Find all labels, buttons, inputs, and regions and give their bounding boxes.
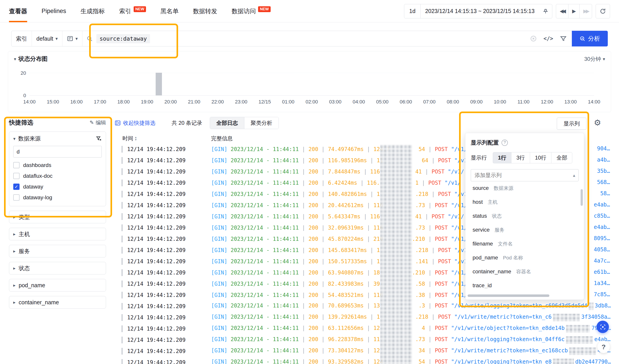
log-tail: c85b… bbox=[594, 213, 610, 219]
filter-search-input[interactable] bbox=[13, 146, 102, 158]
x-tick: 01:00 bbox=[282, 99, 295, 105]
table-row[interactable]: 12/14 19:44:12.209[GIN] 2023/12/14 - 11:… bbox=[114, 301, 611, 312]
table-row[interactable]: 12/14 19:44:12.209[GIN] 2023/12/14 - 11:… bbox=[114, 357, 611, 364]
filter-option-dashboards[interactable]: dashboards bbox=[13, 160, 102, 171]
collapse-quick-filter-label: 收起快捷筛选 bbox=[123, 119, 155, 127]
column-field-service[interactable]: service服务 bbox=[471, 227, 578, 241]
sidebar-section-类型[interactable]: ▸类型 bbox=[9, 211, 106, 223]
time-range-picker[interactable]: 1d 2023/12/14 14:15:13 ~ 2023/12/15 14:1… bbox=[404, 4, 552, 18]
sidebar-section-主机[interactable]: ▸主机 bbox=[9, 228, 106, 240]
nav-item-Pipelines[interactable]: Pipelines bbox=[42, 0, 66, 22]
query-mode-select[interactable]: ▾ bbox=[62, 31, 83, 46]
plot-area[interactable] bbox=[29, 73, 594, 95]
horizontal-scrollbar[interactable] bbox=[468, 295, 549, 297]
refresh-button[interactable] bbox=[596, 4, 610, 18]
x-tick: 12:00 bbox=[541, 99, 553, 105]
tab-all-logs[interactable]: 全部日志 bbox=[210, 117, 244, 129]
index-select[interactable]: default ▾ bbox=[32, 31, 62, 46]
chart-bar[interactable] bbox=[156, 73, 162, 95]
row-option-3行[interactable]: 3行 bbox=[511, 152, 530, 163]
nav-item-数据转发[interactable]: 数据转发 bbox=[193, 0, 217, 22]
checkbox[interactable] bbox=[13, 162, 20, 168]
filter-option-dataway[interactable]: ✓dataway bbox=[13, 181, 102, 192]
table-row[interactable]: 12/14 19:44:12.209[GIN] 2023/12/14 - 11:… bbox=[114, 323, 611, 334]
nav-item-数据访问[interactable]: 数据访问NEW bbox=[232, 0, 271, 22]
search-icon bbox=[86, 35, 93, 42]
step-back-button[interactable]: ◀◀ bbox=[556, 4, 568, 18]
help-fab[interactable]: ? bbox=[597, 341, 610, 353]
sidebar-section-服务[interactable]: ▸服务 bbox=[9, 245, 106, 257]
chevron-down-icon[interactable]: ▾ bbox=[14, 56, 16, 62]
analyze-button[interactable]: 分析 bbox=[572, 31, 608, 46]
table-row[interactable]: 12/14 19:44:12.209[GIN] 2023/12/14 - 11:… bbox=[114, 346, 611, 357]
clear-icon[interactable] bbox=[530, 35, 537, 42]
nav-item-索引[interactable]: 索引NEW bbox=[119, 0, 146, 22]
row-indicator bbox=[122, 303, 123, 310]
column-field-filename[interactable]: filename文件名 bbox=[471, 241, 578, 255]
help-circle-icon[interactable]: ? bbox=[502, 140, 508, 146]
feedback-fab[interactable] bbox=[597, 321, 609, 333]
index-label: 索引 bbox=[16, 35, 27, 42]
row-option-10行[interactable]: 10行 bbox=[530, 152, 552, 163]
nav-item-黑名单[interactable]: 黑名单 bbox=[160, 0, 179, 22]
column-field-container_name[interactable]: container_name容器名 bbox=[471, 269, 578, 282]
y-tick-top: 20 bbox=[13, 70, 26, 76]
filter-option-dataflux-doc[interactable]: dataflux-doc bbox=[13, 171, 102, 181]
x-tick: 14:00 bbox=[23, 99, 35, 105]
collapse-quick-filter-button[interactable]: 收起快捷筛选 bbox=[114, 119, 155, 127]
column-field-host[interactable]: host主机 bbox=[471, 199, 578, 213]
log-time: 12/14 19:44:12.209 bbox=[127, 191, 211, 197]
time-range-value[interactable]: 2023/12/14 14:15:13 ~ 2023/12/15 14:15:1… bbox=[421, 8, 539, 14]
play-button[interactable]: ▶ bbox=[568, 4, 580, 18]
gear-icon[interactable]: ⚙ bbox=[594, 118, 601, 127]
tab-cluster-analysis[interactable]: 聚类分析 bbox=[244, 117, 279, 129]
step-forward-button[interactable]: ▶▶ bbox=[580, 4, 592, 18]
sidebar-section-pod_name[interactable]: ▸pod_name bbox=[9, 279, 106, 292]
time-duration[interactable]: 1d bbox=[404, 4, 421, 18]
record-count: 共 20 条记录 bbox=[172, 119, 202, 127]
col-time-header[interactable]: 时间 bbox=[122, 135, 133, 142]
field-desc: 数据来源 bbox=[494, 185, 513, 192]
row-indicator bbox=[122, 269, 123, 276]
pixelated-mask bbox=[569, 347, 596, 355]
edit-filters-button[interactable]: ✎ 编辑 bbox=[90, 119, 106, 126]
nav-item-查看器[interactable]: 查看器 bbox=[9, 0, 27, 22]
chevron-down-icon[interactable]: ▾ bbox=[13, 136, 15, 141]
table-row[interactable]: 12/14 19:44:12.209[GIN] 2023/12/14 - 11:… bbox=[114, 312, 611, 323]
column-field-pod_name[interactable]: pod_namePod 名称 bbox=[471, 255, 578, 269]
checkbox[interactable] bbox=[13, 173, 20, 179]
sidebar-section-container_name[interactable]: ▸container_name bbox=[9, 296, 106, 309]
filter-icon[interactable] bbox=[560, 35, 567, 42]
nav-item-生成指标[interactable]: 生成指标 bbox=[81, 0, 105, 22]
row-option-全部[interactable]: 全部 bbox=[551, 152, 572, 163]
filter-option-dataway-log[interactable]: dataway-log bbox=[13, 192, 102, 203]
search-input[interactable]: source:dataway bbox=[83, 31, 524, 46]
sidebar-section-状态[interactable]: ▸状态 bbox=[9, 262, 106, 274]
interval-select[interactable]: 30分钟 ▾ bbox=[584, 55, 605, 63]
add-column-input[interactable]: ▴ bbox=[471, 169, 578, 181]
chevron-down-icon: ▾ bbox=[56, 36, 58, 41]
column-field-trace_id[interactable]: trace_id bbox=[471, 282, 578, 288]
filter-option-label: dataway-log bbox=[23, 194, 52, 201]
show-columns-button[interactable]: 显示列 bbox=[557, 118, 586, 130]
display-columns-popup: 显示列配置 ? 显示行 1行3行10行全部 ▴ source数据来源host主机… bbox=[465, 133, 584, 300]
query-token[interactable]: source:dataway bbox=[96, 34, 150, 43]
row-indicator bbox=[122, 146, 123, 153]
pin-icon[interactable] bbox=[539, 8, 552, 14]
section-label: 服务 bbox=[19, 247, 30, 255]
code-mode-icon[interactable]: </> bbox=[544, 35, 553, 42]
chevron-up-icon[interactable]: ▴ bbox=[573, 173, 575, 178]
column-field-source[interactable]: source数据来源 bbox=[471, 185, 578, 199]
table-row[interactable]: 12/14 19:44:12.209[GIN] 2023/12/14 - 11:… bbox=[114, 334, 611, 346]
checkbox[interactable]: ✓ bbox=[13, 184, 20, 190]
nav-item-label: 生成指标 bbox=[81, 7, 105, 15]
row-indicator bbox=[122, 281, 123, 287]
log-time: 12/14 19:44:12.209 bbox=[127, 258, 211, 265]
column-field-status[interactable]: status状态 bbox=[471, 213, 578, 227]
clear-filter-icon[interactable] bbox=[96, 136, 102, 142]
sort-icon[interactable]: ▴▾ bbox=[135, 136, 137, 141]
checkbox[interactable] bbox=[13, 194, 20, 201]
vertical-scrollbar[interactable] bbox=[581, 189, 583, 206]
row-option-1行[interactable]: 1行 bbox=[493, 152, 511, 163]
add-column-field[interactable] bbox=[474, 172, 573, 179]
